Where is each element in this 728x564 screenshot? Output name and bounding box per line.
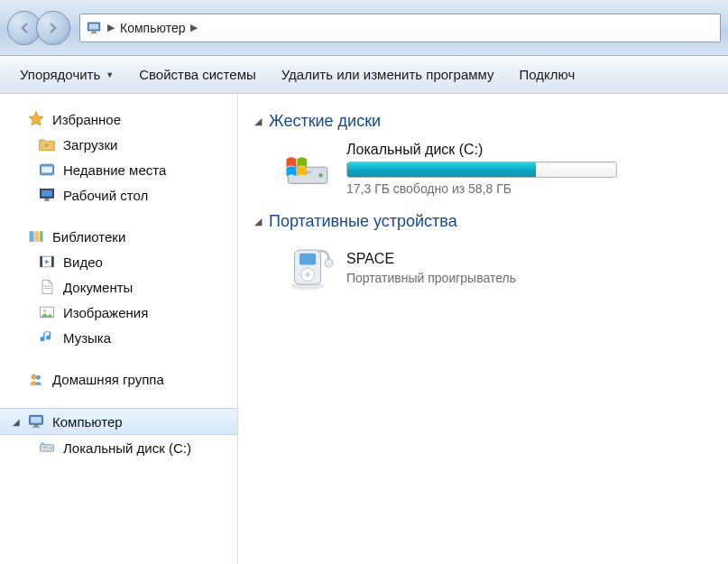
svg-rect-9 — [30, 231, 34, 242]
computer-label: Компьютер — [52, 414, 123, 430]
disk-usage-fill — [347, 162, 536, 177]
breadcrumb-sep-icon: ▶ — [190, 22, 198, 33]
breadcrumb-location[interactable]: Компьютер — [120, 21, 185, 35]
sidebar-item-local-disk-c[interactable]: Локальный диск (C:) — [0, 435, 237, 460]
svg-rect-27 — [42, 447, 48, 448]
portable-player-icon — [281, 242, 334, 294]
system-properties-label: Свойства системы — [139, 67, 256, 82]
svg-point-35 — [305, 273, 309, 277]
organize-label: Упорядочить — [20, 67, 100, 82]
videos-label: Видео — [63, 254, 103, 270]
svg-rect-8 — [45, 199, 50, 201]
documents-label: Документы — [63, 280, 133, 295]
chevron-down-icon: ▼ — [106, 70, 114, 79]
libraries-group: Библиотеки Видео Документы Изображения — [0, 224, 237, 350]
svg-rect-10 — [34, 231, 39, 242]
system-properties-button[interactable]: Свойства системы — [139, 67, 256, 82]
drive-icon — [38, 439, 56, 457]
expand-icon[interactable] — [11, 231, 22, 242]
svg-rect-24 — [32, 427, 40, 428]
nav-bar: ▶ Компьютер ▶ — [0, 0, 728, 56]
pictures-icon — [38, 303, 56, 321]
documents-icon — [38, 278, 56, 296]
homegroup-group: Домашняя группа — [0, 366, 237, 392]
main-area: Избранное Загрузки Недавние места Рабочи… — [0, 94, 728, 564]
drive-item-local-c[interactable]: Локальный диск (C:) 17,3 ГБ свободно из … — [254, 140, 712, 205]
collapse-icon[interactable]: ◢ — [254, 116, 262, 127]
downloads-label: Загрузки — [63, 137, 117, 153]
svg-rect-23 — [34, 425, 39, 427]
sidebar-item-documents[interactable]: Документы — [0, 274, 237, 300]
arrow-left-icon — [16, 20, 32, 36]
nav-history-buttons — [7, 11, 70, 45]
sidebar-item-libraries[interactable]: Библиотеки — [0, 224, 237, 249]
svg-point-19 — [32, 374, 37, 380]
sidebar-item-homegroup[interactable]: Домашняя группа — [0, 366, 237, 392]
svg-point-20 — [36, 375, 41, 380]
computer-icon — [27, 412, 45, 430]
sidebar-item-desktop[interactable]: Рабочий стол — [0, 182, 237, 208]
section-heading-hdd[interactable]: ◢ Жесткие диски — [254, 112, 712, 131]
sidebar-item-videos[interactable]: Видео — [0, 249, 237, 274]
sidebar-item-computer[interactable]: ◢ Компьютер — [0, 408, 237, 435]
sidebar-item-pictures[interactable]: Изображения — [0, 300, 237, 325]
favorites-group: Избранное Загрузки Недавние места Рабочи… — [0, 106, 237, 208]
expand-icon[interactable] — [11, 114, 22, 125]
portable-device-item[interactable]: SPACE Портативный проигрыватель — [254, 240, 712, 303]
homegroup-icon — [27, 370, 45, 388]
hdd-heading-label: Жесткие диски — [269, 112, 381, 131]
collapse-icon[interactable]: ◢ — [254, 216, 262, 227]
computer-icon — [86, 20, 102, 36]
video-icon — [38, 253, 56, 271]
svg-rect-14 — [51, 256, 54, 267]
svg-rect-13 — [41, 256, 43, 267]
pictures-label: Изображения — [63, 305, 148, 320]
navigation-pane: Избранное Загрузки Недавние места Рабочи… — [0, 94, 238, 564]
svg-rect-7 — [41, 190, 52, 197]
device-details: SPACE Портативный проигрыватель — [346, 251, 516, 285]
collapse-icon[interactable]: ◢ — [11, 416, 22, 427]
disk-usage-bar — [346, 162, 617, 178]
drive-details: Локальный диск (C:) 17,3 ГБ свободно из … — [346, 142, 617, 196]
libraries-label: Библиотеки — [52, 229, 125, 245]
breadcrumb-sep-icon: ▶ — [107, 22, 115, 33]
svg-rect-16 — [44, 288, 51, 289]
hard-drive-icon — [281, 143, 334, 195]
connect-button[interactable]: Подключ — [520, 67, 576, 82]
forward-button[interactable] — [36, 11, 70, 45]
device-title: SPACE — [346, 251, 516, 267]
svg-rect-2 — [92, 31, 97, 32]
sidebar-item-downloads[interactable]: Загрузки — [0, 132, 237, 157]
svg-rect-28 — [41, 442, 43, 445]
svg-rect-11 — [40, 231, 42, 242]
device-subtitle: Портативный проигрыватель — [346, 271, 516, 285]
svg-rect-22 — [31, 417, 41, 423]
drive-usage-text: 17,3 ГБ свободно из 58,8 ГБ — [346, 181, 617, 196]
music-icon — [38, 328, 56, 347]
uninstall-program-button[interactable]: Удалить или изменить программу — [281, 67, 494, 82]
svg-point-31 — [318, 173, 323, 178]
command-bar: Упорядочить ▼ Свойства системы Удалить и… — [0, 56, 728, 94]
connect-label: Подключ — [520, 67, 576, 82]
homegroup-label: Домашняя группа — [52, 372, 164, 387]
expand-icon[interactable] — [11, 374, 22, 384]
sidebar-item-music[interactable]: Музыка — [0, 325, 237, 350]
svg-point-18 — [43, 310, 46, 312]
music-label: Музыка — [63, 330, 111, 346]
uninstall-label: Удалить или изменить программу — [281, 67, 494, 82]
organize-menu[interactable]: Упорядочить ▼ — [20, 67, 114, 82]
svg-point-36 — [325, 259, 333, 267]
sidebar-item-favorites[interactable]: Избранное — [0, 106, 237, 132]
svg-rect-33 — [299, 254, 316, 265]
recent-places-icon — [38, 161, 56, 179]
drive-title: Локальный диск (C:) — [346, 142, 617, 158]
sidebar-item-recent[interactable]: Недавние места — [0, 157, 237, 182]
section-heading-portable[interactable]: ◢ Портативные устройства — [254, 212, 712, 231]
recent-label: Недавние места — [63, 162, 166, 178]
favorites-label: Избранное — [52, 112, 121, 127]
address-bar[interactable]: ▶ Компьютер ▶ — [79, 14, 721, 42]
portable-heading-label: Портативные устройства — [269, 212, 457, 231]
desktop-icon — [38, 186, 56, 204]
libraries-icon — [27, 227, 45, 245]
folder-download-icon — [38, 135, 56, 153]
